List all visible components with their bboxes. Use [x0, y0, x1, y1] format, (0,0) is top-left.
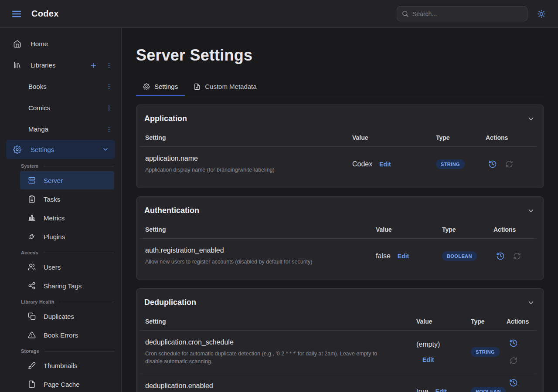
- search-input[interactable]: [412, 10, 523, 17]
- history-button[interactable]: [486, 157, 500, 171]
- sidebar-item-sharing-tags[interactable]: Sharing Tags: [20, 277, 114, 295]
- type-badge: STRING: [436, 159, 465, 169]
- books-menu-button[interactable]: [104, 81, 114, 92]
- column-actions: Actions: [507, 318, 537, 325]
- sidebar-item-server[interactable]: Server: [20, 171, 114, 189]
- card-title: Authentication: [144, 206, 199, 215]
- libraries-menu-button[interactable]: [104, 60, 114, 71]
- tab-bar: Settings Custom Metadata: [136, 80, 544, 96]
- add-library-button[interactable]: [88, 60, 99, 71]
- gear-icon: [13, 145, 21, 154]
- reset-button[interactable]: [510, 249, 524, 263]
- sidebar-item-label: Home: [31, 40, 114, 47]
- sidebar-item-label: Books: [28, 83, 104, 90]
- manga-menu-button[interactable]: [104, 124, 114, 135]
- tab-custom-metadata[interactable]: Custom Metadata: [187, 80, 263, 96]
- plug-icon: [28, 233, 36, 240]
- sun-icon: [537, 10, 546, 18]
- column-setting: Setting: [145, 226, 376, 233]
- clipboard-icon: [28, 195, 36, 203]
- sidebar-item-libraries[interactable]: Libraries: [0, 54, 121, 76]
- history-button[interactable]: [507, 336, 521, 350]
- sidebar-section-storage: Storage: [21, 348, 114, 354]
- collapse-chevron-icon[interactable]: [527, 207, 535, 215]
- menu-button[interactable]: [9, 6, 24, 22]
- file-chart-icon: [194, 83, 201, 90]
- comics-menu-button[interactable]: [104, 103, 114, 113]
- sidebar-item-label: Thumbnails: [44, 362, 78, 369]
- file-icon: [28, 380, 36, 388]
- sidebar-item-label: Page Cache: [44, 381, 80, 388]
- sidebar-item-book-errors[interactable]: Book Errors: [20, 326, 114, 344]
- history-button[interactable]: [507, 376, 521, 390]
- setting-row-dedup-cron: deduplication.cron_schedule Cron schedul…: [140, 331, 537, 373]
- sidebar-item-comics[interactable]: Comics: [0, 97, 121, 118]
- sidebar-item-label: Comics: [28, 104, 104, 112]
- sidebar-item-label: Users: [44, 264, 61, 271]
- column-type: Type: [436, 134, 486, 141]
- history-icon: [496, 252, 505, 260]
- sidebar-item-duplicates[interactable]: Duplicates: [20, 307, 114, 325]
- sidebar-item-label: Libraries: [31, 61, 79, 69]
- sidebar-item-home[interactable]: Home: [0, 33, 121, 54]
- main-content: Server Settings Settings Custom Metadata: [122, 28, 558, 392]
- column-setting: Setting: [145, 318, 416, 325]
- theme-toggle-button[interactable]: [534, 6, 549, 22]
- section-label-text: Access: [21, 250, 38, 255]
- sidebar-item-page-cache[interactable]: Page Cache: [20, 375, 114, 392]
- setting-value: true: [416, 388, 429, 392]
- sidebar-item-thumbnails[interactable]: Thumbnails: [20, 356, 114, 375]
- column-type: Type: [442, 226, 493, 233]
- refresh-icon: [513, 252, 521, 260]
- search-box[interactable]: [397, 6, 527, 21]
- tab-label: Custom Metadata: [205, 83, 256, 90]
- setting-description: Application display name (for branding/w…: [145, 166, 347, 174]
- reset-button[interactable]: [507, 354, 521, 368]
- sidebar-item-plugins[interactable]: Plugins: [20, 227, 114, 246]
- history-icon: [509, 339, 518, 348]
- card-title: Deduplication: [144, 298, 196, 307]
- bar-chart-icon: [28, 214, 36, 222]
- paintbrush-icon: [28, 362, 36, 369]
- collapse-chevron-icon[interactable]: [527, 115, 535, 123]
- sidebar-item-metrics[interactable]: Metrics: [20, 209, 114, 227]
- edit-button[interactable]: Edit: [436, 388, 447, 392]
- search-icon: [401, 10, 409, 17]
- setting-description: Cron schedule for automatic duplicate de…: [145, 350, 389, 365]
- topbar: Codex: [0, 0, 558, 28]
- reset-button[interactable]: [502, 157, 516, 171]
- setting-description: Allow new users to register accounts (di…: [145, 258, 371, 266]
- edit-button[interactable]: Edit: [379, 161, 391, 168]
- section-label-text: System: [21, 163, 38, 169]
- column-value: Value: [376, 226, 442, 233]
- card-deduplication: Deduplication Setting Value Type Actions: [136, 288, 544, 392]
- type-badge: BOOLEAN: [442, 251, 477, 261]
- history-icon: [488, 160, 497, 169]
- sidebar-item-label: Sharing Tags: [44, 282, 82, 290]
- sidebar: Home Libraries Books: [0, 28, 122, 392]
- table-header: Setting Value Type Actions: [140, 313, 537, 331]
- card-application: Application Setting Value Type Actions: [136, 105, 544, 188]
- tab-label: Settings: [154, 83, 178, 90]
- history-button[interactable]: [493, 249, 507, 263]
- sidebar-item-label: Duplicates: [44, 313, 74, 320]
- sidebar-item-users[interactable]: Users: [20, 258, 114, 276]
- card-authentication: Authentication Setting Value Type Action…: [136, 196, 544, 280]
- refresh-icon: [510, 357, 517, 365]
- table-header: Setting Value Type Actions: [140, 129, 537, 147]
- sidebar-item-books[interactable]: Books: [0, 76, 121, 97]
- collapse-chevron-icon[interactable]: [527, 299, 535, 307]
- sidebar-item-settings[interactable]: Settings: [6, 140, 115, 159]
- sidebar-item-manga[interactable]: Manga: [0, 118, 121, 140]
- refresh-icon: [505, 160, 513, 168]
- column-type: Type: [471, 318, 507, 325]
- column-actions: Actions: [486, 134, 537, 141]
- edit-button[interactable]: Edit: [398, 253, 409, 260]
- sidebar-item-label: Manga: [28, 125, 104, 133]
- type-badge: STRING: [471, 347, 500, 357]
- sidebar-item-tasks[interactable]: Tasks: [20, 190, 114, 208]
- share-icon: [28, 282, 36, 290]
- edit-button[interactable]: Edit: [422, 356, 434, 363]
- tab-settings[interactable]: Settings: [136, 80, 185, 96]
- column-value: Value: [352, 134, 436, 141]
